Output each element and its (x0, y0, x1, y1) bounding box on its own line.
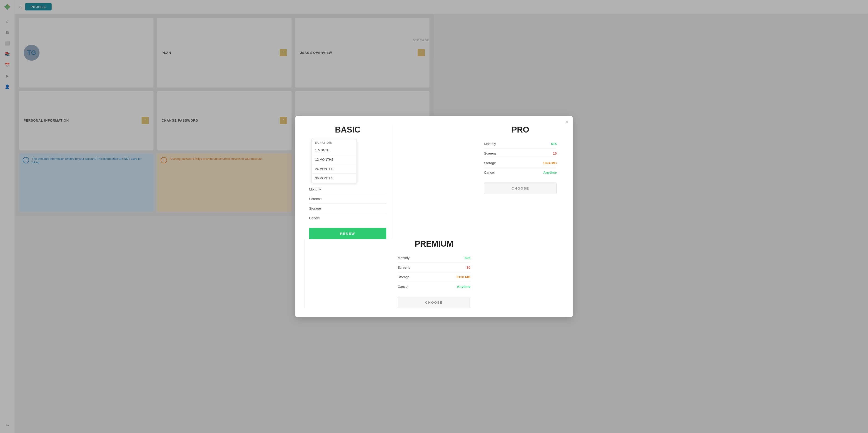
duration-label: DURATION: (312, 139, 356, 146)
duration-1month[interactable]: 1 MONTH (312, 146, 356, 155)
basic-screens-row: Screens (309, 194, 386, 204)
basic-storage-label: Storage (309, 206, 321, 210)
basic-monthly-row: Monthly (309, 185, 386, 194)
basic-plan-name: BASIC (309, 125, 386, 134)
basic-cancel-row: Cancel (309, 213, 386, 217)
duration-12months[interactable]: 12 MONTHS (312, 155, 356, 164)
duration-24months[interactable]: 24 MONTHS (312, 164, 356, 174)
duration-36months[interactable]: 36 MONTHS (312, 174, 356, 183)
plans-grid: BASIC DURATION: 1 MONTH 12 MONTHS 24 MON… (305, 125, 434, 217)
basic-cancel-label: Cancel (309, 216, 320, 217)
basic-screens-label: Screens (309, 197, 321, 201)
pricing-modal: × BASIC DURATION: 1 MONTH 12 MONTHS 24 M… (296, 116, 434, 217)
basic-storage-row: Storage (309, 204, 386, 213)
modal-overlay: × BASIC DURATION: 1 MONTH 12 MONTHS 24 M… (0, 0, 434, 216)
basic-plan: BASIC DURATION: 1 MONTH 12 MONTHS 24 MON… (305, 125, 391, 217)
divider-1 (391, 125, 391, 217)
duration-dropdown: DURATION: 1 MONTH 12 MONTHS 24 MONTHS 36… (311, 138, 357, 183)
basic-monthly-label: Monthly (309, 187, 321, 191)
